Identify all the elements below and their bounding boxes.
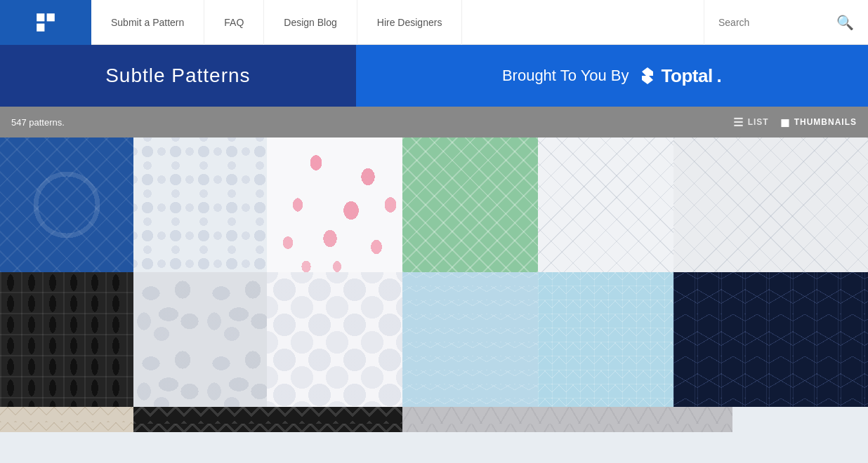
navbar: Submit a Pattern FAQ Design Blog Hire De… (0, 0, 868, 45)
nav-faq[interactable]: FAQ (204, 0, 264, 45)
pattern-white-diamond[interactable] (538, 137, 673, 272)
toptal-logo[interactable]: Toptal . (638, 65, 722, 87)
pattern-white-floral[interactable] (133, 137, 267, 272)
search-input[interactable] (718, 17, 831, 28)
list-view-btn[interactable]: ☰ LIST (733, 116, 769, 129)
svg-rect-1 (37, 23, 44, 31)
pattern-pink-bubbles[interactable] (267, 137, 402, 272)
pattern-dark-chevron-wide[interactable] (133, 407, 402, 432)
svg-rect-0 (37, 13, 44, 21)
banner-brought-text: Brought To You By Toptal . (502, 65, 722, 87)
search-area: 🔍 (704, 0, 868, 45)
thumbnails-label: THUMBNAILS (794, 117, 857, 127)
pattern-blue-diamond[interactable] (0, 137, 133, 272)
pattern-row-3 (0, 407, 868, 432)
pattern-navy-hex[interactable] (673, 272, 868, 407)
pattern-row-2 (0, 272, 868, 407)
brought-label: Brought To You By (502, 67, 629, 85)
nav-links: Submit a Pattern FAQ Design Blog Hire De… (91, 0, 462, 44)
pattern-light-blue-2[interactable] (402, 272, 538, 407)
nav-hire-designers[interactable]: Hire Designers (357, 0, 463, 45)
banner-title: Subtle Patterns (105, 65, 250, 87)
pattern-count: 547 patterns. (11, 117, 65, 128)
thumbnails-icon: ◼ (780, 116, 790, 129)
toolbar: 547 patterns. ☰ LIST ◼ THUMBNAILS (0, 107, 868, 137)
banner-left: Subtle Patterns (0, 45, 356, 107)
svg-rect-2 (47, 13, 55, 21)
nav-submit-pattern[interactable]: Submit a Pattern (91, 0, 204, 45)
thumbnails-view-btn[interactable]: ◼ THUMBNAILS (780, 116, 857, 129)
pattern-beige-arrow[interactable] (0, 407, 133, 432)
site-logo[interactable] (0, 0, 91, 45)
banner-right[interactable]: Brought To You By Toptal . (356, 45, 868, 107)
pattern-row-1 (0, 137, 868, 272)
nav-design-blog[interactable]: Design Blog (264, 0, 357, 45)
banner: Subtle Patterns Brought To You By Toptal… (0, 45, 868, 107)
search-icon[interactable]: 🔍 (836, 14, 854, 31)
pattern-black-chain[interactable] (0, 272, 133, 407)
pattern-green-geo[interactable] (402, 137, 538, 272)
pattern-white-circles[interactable] (267, 272, 402, 407)
pattern-grid (0, 137, 868, 432)
pattern-light-blue-geo[interactable] (538, 272, 673, 407)
pattern-gray-pebbles[interactable] (133, 272, 267, 407)
pattern-gray-triangle-wide[interactable] (402, 407, 732, 432)
list-icon: ☰ (733, 116, 744, 129)
view-toggle: ☰ LIST ◼ THUMBNAILS (733, 116, 857, 129)
list-label: LIST (748, 117, 769, 127)
toptal-name: Toptal (662, 65, 713, 87)
pattern-white-diamond-2[interactable] (673, 137, 868, 272)
